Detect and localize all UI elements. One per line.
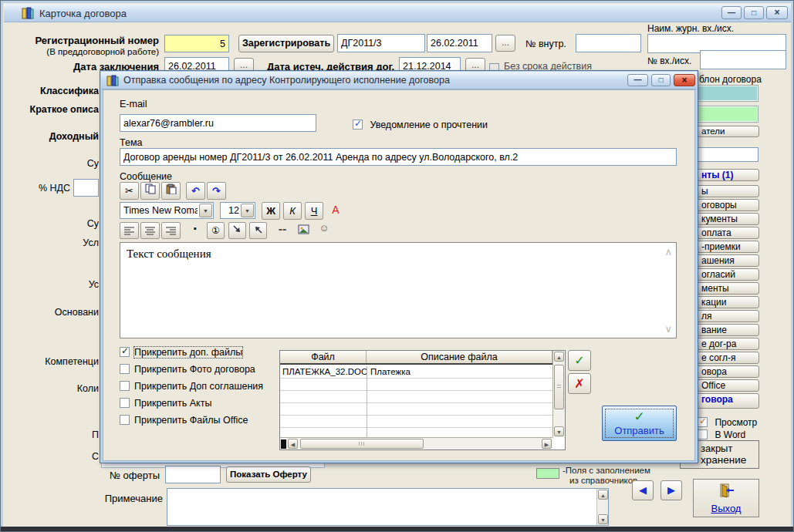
view-option[interactable]: ✓ В Word (698, 427, 790, 439)
attach-option-checkbox[interactable]: ✓ (120, 364, 130, 374)
attach-option[interactable]: ✓Прикрепить Доп соглашения (120, 379, 278, 396)
inner-number-input[interactable] (576, 34, 641, 52)
offer-number-label: № оферты (92, 470, 160, 481)
attach-option-checkbox[interactable]: ✓ (120, 398, 130, 408)
add-file-button[interactable]: ✓ (568, 350, 591, 371)
reg-date-input[interactable] (427, 34, 492, 52)
message-scroll-down-icon[interactable]: ∨ (664, 323, 672, 335)
delete-cross-icon: ✗ (574, 377, 584, 390)
font-name-select[interactable]: Times New Roman ▼ (120, 202, 214, 219)
table-scroll-left-icon[interactable]: ◀ (288, 439, 298, 449)
attach-option[interactable]: ✓Прикрепить доп. файлы (120, 345, 278, 362)
read-receipt-checkbox[interactable]: ✓ (353, 120, 363, 130)
paste-button[interactable] (161, 182, 181, 200)
dialog-close-button[interactable]: × (674, 74, 695, 86)
file-column-header[interactable]: Файл (280, 351, 367, 363)
attach-option[interactable]: ✓Прикрепить Фото договора (120, 362, 278, 379)
subject-label: Тема (120, 137, 142, 148)
show-offer-button[interactable]: Показать Оферту (226, 466, 311, 483)
note-scrollbar[interactable]: ▲ ▼ (596, 489, 608, 525)
attach-option-checkbox[interactable]: ✓ (120, 347, 130, 357)
send-button-label: Отправить (603, 425, 676, 436)
close-button[interactable]: × (766, 6, 788, 19)
form-label: С (1, 451, 99, 462)
next-button[interactable]: ▶ (661, 480, 682, 500)
table-scroll-up-icon[interactable]: ▲ (554, 352, 564, 362)
underline-button[interactable]: Ч (305, 202, 323, 220)
reg-date-picker-button[interactable]: ... (495, 35, 515, 52)
dialog-title: Отправка сообщения по адресу Контролирую… (123, 75, 450, 86)
undo-button[interactable]: ↶ (186, 182, 205, 200)
numbered-list-icon: ① (211, 225, 220, 236)
description-column-header[interactable]: Описание файла (367, 351, 552, 363)
vat-input[interactable] (73, 179, 99, 197)
align-center-button[interactable] (140, 222, 160, 239)
exit-label[interactable]: Выход (711, 503, 742, 514)
align-right-button[interactable] (161, 222, 181, 239)
send-button[interactable]: ✓ Отправить (602, 406, 677, 441)
view-option[interactable]: ✓ Просмотр (698, 415, 790, 427)
offer-number-input[interactable] (165, 466, 221, 483)
message-scroll-up-icon[interactable]: ∧ (664, 246, 672, 258)
note-scroll-down-icon[interactable]: ▼ (598, 514, 608, 524)
exit-button[interactable]: Выход (693, 479, 759, 517)
table-horizontal-scrollbar[interactable]: ◀ ▶ (280, 437, 552, 450)
redo-button[interactable]: ↷ (207, 182, 226, 200)
copy-button[interactable] (140, 182, 160, 200)
subject-input[interactable] (120, 148, 677, 166)
font-color-button[interactable]: А (329, 204, 343, 219)
font-size-select[interactable]: 12 ▼ (220, 202, 255, 219)
form-label: Коли (1, 383, 99, 394)
prev-button[interactable]: ◀ (632, 480, 654, 500)
view-option-checkbox[interactable]: ✓ (698, 417, 708, 427)
horizontal-rule-button[interactable]: -- (275, 222, 290, 237)
maximize-button[interactable]: □ (744, 6, 764, 19)
email-input[interactable] (120, 114, 316, 132)
dialog-maximize-button[interactable]: □ (651, 74, 671, 86)
read-receipt-option[interactable]: ✓ Уведомление о прочтении (353, 117, 488, 131)
attach-option[interactable]: ✓Прикрепить Акты (120, 396, 278, 412)
font-dropdown-arrow-icon[interactable]: ▼ (199, 204, 212, 217)
file-cell: ПЛАТЕЖКА_32.DOC (280, 366, 367, 379)
message-textarea[interactable]: Текст сообщения ∧ ∨ (120, 242, 677, 338)
view-option-checkbox[interactable]: ✓ (698, 429, 708, 439)
form-label: Краткое описа (1, 104, 99, 115)
contract-number-input[interactable] (337, 34, 425, 52)
smiley-icon: ☺ (319, 222, 329, 234)
outdent-button[interactable] (249, 222, 267, 239)
reg-number-input[interactable] (164, 35, 229, 52)
dialog-minimize-button[interactable]: — (627, 74, 648, 86)
attach-option-checkbox[interactable]: ✓ (120, 415, 130, 425)
indent-button[interactable] (228, 222, 246, 239)
bold-button[interactable]: Ж (262, 202, 280, 220)
table-scroll-right-icon[interactable]: ▶ (542, 439, 552, 449)
file-table[interactable]: Файл Описание файла ПЛАТЕЖКА_32.DOC Плат… (279, 350, 566, 450)
file-table-body: ПЛАТЕЖКА_32.DOC Платежка (280, 366, 552, 437)
insert-emoticon-button[interactable]: ☺ (316, 222, 332, 237)
table-vscroll-thumb[interactable] (554, 365, 564, 409)
inout-number-input[interactable] (700, 50, 786, 69)
delete-file-button[interactable]: ✗ (568, 373, 591, 394)
prev-icon: ◀ (639, 484, 647, 496)
align-left-button[interactable] (120, 222, 139, 239)
attach-option[interactable]: ✓Прикрепить Файлы Office (120, 412, 278, 429)
file-table-row[interactable]: ПЛАТЕЖКА_32.DOC Платежка (280, 366, 552, 379)
numbered-list-button[interactable]: ① (207, 222, 225, 239)
register-button[interactable]: Зарегистрировать (238, 35, 334, 52)
table-scroll-down-icon[interactable]: ▼ (554, 426, 564, 436)
attach-option-checkbox[interactable]: ✓ (120, 381, 130, 391)
italic-button[interactable]: К (283, 202, 302, 220)
insert-image-button[interactable] (296, 224, 311, 237)
right-panel-input[interactable] (694, 147, 759, 162)
note-textarea[interactable] (167, 488, 609, 526)
note-scroll-up-icon[interactable]: ▲ (598, 490, 608, 500)
exit-door-icon (718, 483, 735, 501)
cut-button[interactable]: ✂ (120, 182, 139, 200)
bullet-list-button[interactable]: ▪ (188, 224, 203, 237)
size-dropdown-arrow-icon[interactable]: ▼ (241, 204, 254, 217)
minimize-button[interactable]: — (721, 6, 742, 19)
table-sizer (281, 439, 286, 449)
reg-number-sublabel: (В преддоговорной работе) (24, 47, 159, 56)
table-hscroll-thumb[interactable] (300, 439, 424, 449)
table-vertical-scrollbar[interactable]: ▲ ▼ (552, 351, 565, 437)
